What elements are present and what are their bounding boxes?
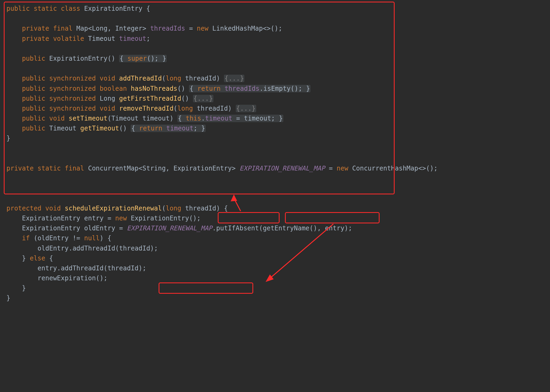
code-line [6,154,544,164]
code-line: protected void scheduleExpirationRenewal… [6,204,544,213]
code-line: private static final ConcurrentMap<Strin… [6,164,544,173]
code-line: public void setTimeout(Timeout timeout) … [6,114,544,124]
code-line [6,64,544,74]
folded-code-icon[interactable]: {...} [236,105,256,112]
code-line [6,194,544,204]
code-line: public synchronized void removeThreadId(… [6,104,544,114]
code-line: oldEntry.addThreadId(threadId); [6,244,544,253]
code-line: } else { [6,253,544,263]
code-line [6,14,544,24]
code-line: private final Map<Long, Integer> threadI… [6,24,544,34]
code-line: public synchronized boolean hasNoThreads… [6,84,544,94]
code-line: public synchronized void addThreadId(lon… [6,74,544,84]
code-line: private volatile Timeout timeout; [6,34,544,44]
code-line: ExpirationEntry entry = new ExpirationEn… [6,213,544,223]
code-line: if (oldEntry != null) { [6,233,544,243]
folded-code-icon[interactable]: {...} [224,75,244,82]
code-line: } [6,293,544,303]
code-line: } [6,283,544,293]
code-line: renewExpiration(); [6,273,544,283]
code-line [6,183,544,193]
code-line: public Timeout getTimeout() { return tim… [6,124,544,133]
code-line: entry.addThreadId(threadId); [6,263,544,273]
code-line: ExpirationEntry oldEntry = EXPIRATION_RE… [6,223,544,233]
code-line [6,44,544,54]
folded-code-icon[interactable]: {...} [193,95,213,102]
code-line: } [6,133,544,143]
code-line: public static class ExpirationEntry { [6,4,544,14]
code-line: public ExpirationEntry() { super(); } [6,54,544,64]
code-line [6,173,544,183]
code-line [6,144,544,154]
code-line: public synchronized Long getFirstThreadI… [6,94,544,104]
code-editor[interactable]: public static class ExpirationEntry { pr… [0,0,550,311]
